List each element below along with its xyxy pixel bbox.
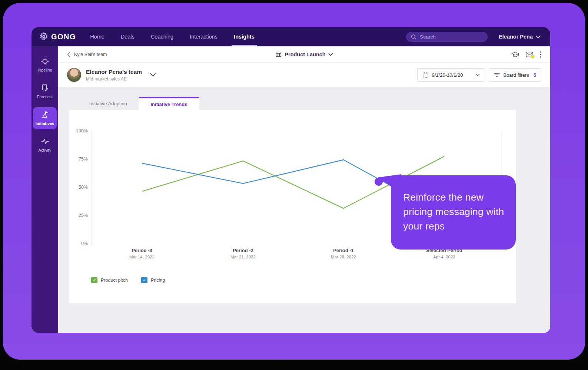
app-window: GONG HomeDealsCoachingInteractionsInsigh…	[31, 27, 550, 333]
breadcrumb-label: Kyle Bell's team	[74, 52, 107, 57]
x-tick-date: Mar 21, 2022	[230, 255, 256, 259]
main-area: Kyle Bell's team Product Launch	[58, 46, 550, 333]
user-name: Eleanor Pena	[499, 34, 533, 40]
board-filters-count: 5	[534, 72, 536, 78]
sidebar-item-label: Initiatives	[36, 121, 54, 126]
filter-icon	[494, 73, 500, 77]
svg-text:$: $	[43, 85, 45, 89]
left-sidebar: Pipeline$ForecastInitiativesActivity	[31, 46, 58, 333]
content-area: Initiative AdoptionInitiative Trends 100…	[58, 87, 550, 333]
team-role: Mid-market sales AE	[86, 76, 142, 82]
legend-label: Product pitch	[101, 278, 128, 283]
nav-item-coaching[interactable]: Coaching	[151, 27, 173, 46]
x-tick-date: Mar 28, 2022	[331, 255, 356, 259]
insight-callout[interactable]: Reinforce the new pricing messaging with…	[391, 175, 516, 250]
nav-item-deals[interactable]: Deals	[121, 27, 134, 46]
search-input[interactable]	[420, 34, 479, 40]
calendar-icon	[422, 72, 429, 78]
chevron-down-icon	[150, 73, 156, 77]
sidebar-item-label: Activity	[39, 148, 52, 152]
primary-nav: HomeDealsCoachingInteractionsInsights	[90, 27, 255, 46]
gong-logo-text: GONG	[51, 33, 76, 41]
navbar-right: Eleanor Pena	[406, 32, 541, 42]
legend-item-pricing[interactable]: ✓Pricing	[141, 277, 165, 283]
graduation-cap-icon	[511, 51, 519, 58]
board-switcher[interactable]: Product Launch	[275, 51, 333, 57]
sidebar-item-label: Forecast	[37, 95, 53, 99]
chart-legend: ✓Product pitch✓Pricing	[91, 277, 165, 283]
breadcrumb-row: Kyle Bell's team Product Launch	[58, 46, 550, 63]
team-name: Eleanor Pena's team	[86, 69, 142, 75]
board-filters-label: Board filters	[503, 72, 529, 78]
legend-checkbox-pricing[interactable]: ✓	[141, 277, 147, 283]
forecast-icon: $	[41, 84, 49, 92]
initiatives-icon	[41, 110, 49, 119]
nav-item-insights[interactable]: Insights	[234, 27, 255, 46]
y-tick-label: 25%	[79, 213, 88, 218]
y-tick-label: 100%	[76, 128, 88, 133]
chevron-down-icon	[476, 73, 480, 76]
chart-card: 100%75%50%25%0%Period -3Mar 14, 2022Peri…	[69, 110, 516, 303]
nav-item-home[interactable]: Home	[90, 27, 104, 46]
x-tick-date: Mar 14, 2022	[129, 255, 155, 259]
view-tabs: Initiative AdoptionInitiative Trends	[78, 97, 199, 110]
gong-logo[interactable]: GONG	[39, 32, 76, 42]
tab-initiative-trends[interactable]: Initiative Trends	[139, 97, 199, 110]
top-navbar: GONG HomeDealsCoachingInteractionsInsigh…	[31, 27, 550, 46]
date-range-value: 9/1/20-10/1/20	[432, 72, 463, 78]
legend-checkbox-product-pitch[interactable]: ✓	[91, 277, 97, 283]
activity-icon	[41, 137, 49, 146]
chevron-down-icon	[329, 53, 333, 56]
sidebar-item-forecast[interactable]: $Forecast	[33, 80, 57, 103]
avatar[interactable]	[67, 68, 81, 82]
purple-frame: GONG HomeDealsCoachingInteractionsInsigh…	[3, 3, 585, 360]
mail-notification-badge	[531, 55, 534, 58]
breadcrumb-back[interactable]: Kyle Bell's team	[67, 52, 107, 57]
tab-initiative-adoption[interactable]: Initiative Adoption	[78, 97, 139, 110]
legend-label: Pricing	[151, 278, 165, 283]
breadcrumb-actions	[511, 51, 541, 58]
x-tick-label: Period -1	[333, 248, 354, 253]
academy-button[interactable]	[511, 51, 519, 58]
y-tick-label: 75%	[79, 156, 88, 162]
x-tick-label: Period -2	[233, 248, 253, 253]
callout-text: Reinforce the new pricing messaging with…	[403, 190, 505, 234]
board-grid-icon	[275, 51, 282, 57]
sidebar-item-activity[interactable]: Activity	[33, 134, 57, 156]
callout-anchor-dot	[375, 178, 383, 186]
team-selector-chevron[interactable]	[150, 72, 156, 78]
sidebar-item-label: Pipeline	[37, 68, 52, 72]
kebab-menu-icon	[540, 51, 541, 58]
legend-item-product-pitch[interactable]: ✓Product pitch	[91, 277, 128, 283]
search-bar[interactable]	[406, 32, 488, 42]
sidebar-item-initiatives[interactable]: Initiatives	[33, 107, 57, 129]
y-tick-label: 0%	[81, 241, 88, 246]
gong-burst-icon	[39, 32, 49, 42]
team-header-row: Eleanor Pena's team Mid-market sales AE	[58, 63, 550, 87]
more-options-button[interactable]	[540, 51, 541, 58]
header-controls: 9/1/20-10/1/20 Board filters 5	[417, 68, 541, 82]
user-menu[interactable]: Eleanor Pena	[499, 34, 541, 40]
x-tick-date: Apr 4, 2022	[433, 255, 455, 259]
sidebar-item-pipeline[interactable]: Pipeline	[33, 54, 57, 76]
inbox-button[interactable]	[526, 52, 533, 57]
y-tick-label: 50%	[79, 185, 88, 190]
board-name: Product Launch	[285, 52, 325, 57]
chevron-left-icon	[67, 52, 70, 57]
nav-item-interactions[interactable]: Interactions	[190, 27, 217, 46]
x-tick-label: Period -3	[132, 248, 152, 253]
chevron-down-icon	[536, 35, 541, 39]
search-icon	[411, 34, 416, 40]
team-identity: Eleanor Pena's team Mid-market sales AE	[86, 69, 142, 82]
board-filters-button[interactable]: Board filters 5	[489, 68, 541, 82]
pipeline-icon	[41, 57, 49, 66]
date-range-picker[interactable]: 9/1/20-10/1/20	[417, 68, 485, 82]
